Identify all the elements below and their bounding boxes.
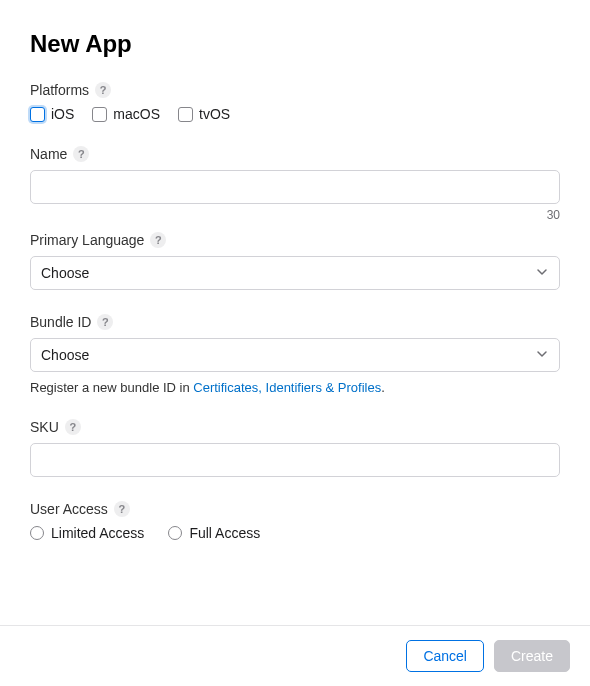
- select-value: Choose: [41, 347, 89, 363]
- primary-language-field: Primary Language ? Choose: [30, 232, 560, 290]
- radio-circle: [30, 526, 44, 540]
- primary-language-select[interactable]: Choose: [30, 256, 560, 290]
- bundle-id-select[interactable]: Choose: [30, 338, 560, 372]
- platforms-label: Platforms: [30, 82, 89, 98]
- help-icon[interactable]: ?: [65, 419, 81, 435]
- limited-access-radio[interactable]: Limited Access: [30, 525, 144, 541]
- certificates-link[interactable]: Certificates, Identifiers & Profiles: [193, 380, 381, 395]
- checkbox-label: iOS: [51, 106, 74, 122]
- platform-macos-checkbox[interactable]: macOS: [92, 106, 160, 122]
- hint-prefix: Register a new bundle ID in: [30, 380, 193, 395]
- help-icon[interactable]: ?: [114, 501, 130, 517]
- checkbox-box: [178, 107, 193, 122]
- radio-label: Full Access: [189, 525, 260, 541]
- help-icon[interactable]: ?: [95, 82, 111, 98]
- user-access-label: User Access: [30, 501, 108, 517]
- page-title: New App: [30, 30, 560, 58]
- sku-label: SKU: [30, 419, 59, 435]
- bundle-id-hint: Register a new bundle ID in Certificates…: [30, 380, 560, 395]
- create-button[interactable]: Create: [494, 640, 570, 672]
- bundle-id-field: Bundle ID ? Choose Register a new bundle…: [30, 314, 560, 395]
- radio-label: Limited Access: [51, 525, 144, 541]
- help-icon[interactable]: ?: [97, 314, 113, 330]
- checkbox-box: [92, 107, 107, 122]
- name-char-counter: 30: [30, 208, 560, 222]
- name-field: Name ? 30: [30, 146, 560, 222]
- help-icon[interactable]: ?: [73, 146, 89, 162]
- select-value: Choose: [41, 265, 89, 281]
- name-label: Name: [30, 146, 67, 162]
- sku-input[interactable]: [30, 443, 560, 477]
- primary-language-label: Primary Language: [30, 232, 144, 248]
- checkbox-box: [30, 107, 45, 122]
- bundle-id-label: Bundle ID: [30, 314, 91, 330]
- user-access-field: User Access ? Limited Access Full Access: [30, 501, 560, 541]
- checkbox-label: macOS: [113, 106, 160, 122]
- hint-suffix: .: [381, 380, 385, 395]
- name-input[interactable]: [30, 170, 560, 204]
- platforms-field: Platforms ? iOS macOS tvOS: [30, 82, 560, 122]
- sku-field: SKU ?: [30, 419, 560, 477]
- checkbox-label: tvOS: [199, 106, 230, 122]
- footer: Cancel Create: [0, 625, 590, 686]
- platform-ios-checkbox[interactable]: iOS: [30, 106, 74, 122]
- full-access-radio[interactable]: Full Access: [168, 525, 260, 541]
- platform-tvos-checkbox[interactable]: tvOS: [178, 106, 230, 122]
- help-icon[interactable]: ?: [150, 232, 166, 248]
- radio-circle: [168, 526, 182, 540]
- cancel-button[interactable]: Cancel: [406, 640, 484, 672]
